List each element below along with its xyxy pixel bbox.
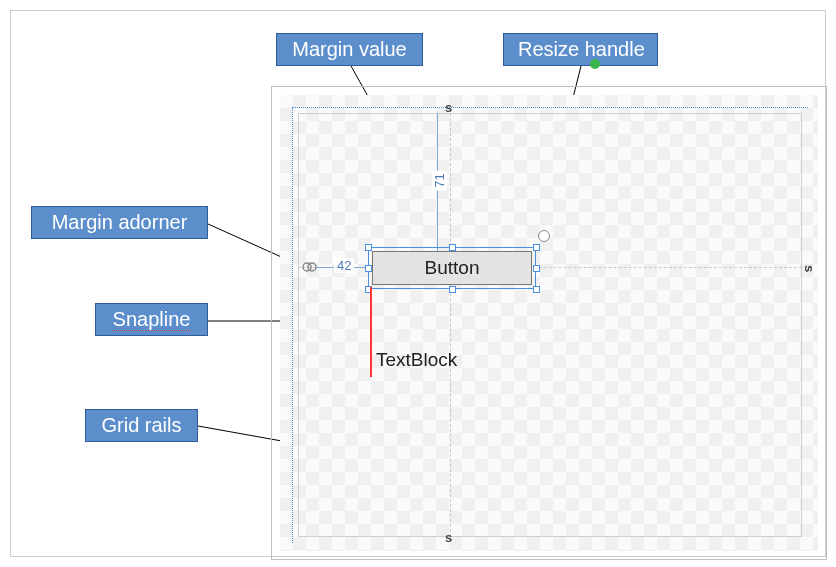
- margin-adorner-left-icon[interactable]: [301, 259, 317, 275]
- callout-snapline-text: Snapline: [113, 308, 191, 331]
- designer-textblock-element[interactable]: TextBlock: [376, 349, 457, 371]
- grid-row-marker[interactable]: ѕ: [802, 265, 817, 272]
- layout-grid-border: [298, 113, 802, 537]
- grid-rail-vertical: [292, 107, 293, 543]
- grid-column-marker[interactable]: ѕ: [445, 100, 452, 115]
- callout-snapline: Snapline: [95, 303, 208, 336]
- callout-margin-adorner: Margin adorner: [31, 206, 208, 239]
- resize-handle-dot: [590, 59, 600, 69]
- snapline-vertical: [370, 287, 372, 377]
- callout-resize-handle: Resize handle: [503, 33, 658, 66]
- grid-column-line: [450, 113, 451, 537]
- margin-top-value: 71: [432, 170, 447, 190]
- grid-rail-horizontal: [292, 107, 808, 108]
- diagram-frame: Margin value Resize handle Margin adorne…: [10, 10, 826, 557]
- designer-button-element[interactable]: Button: [372, 251, 532, 285]
- designer-button-label: Button: [425, 257, 480, 279]
- callout-margin-value: Margin value: [276, 33, 423, 66]
- rotate-resize-handle[interactable]: [538, 230, 550, 242]
- svg-point-6: [308, 263, 316, 271]
- margin-left-value: 42: [334, 258, 354, 273]
- callout-grid-rails: Grid rails: [85, 409, 198, 442]
- designer-canvas[interactable]: ѕ ѕ ѕ 71 42 Button: [271, 86, 827, 560]
- grid-column-marker-bottom[interactable]: ѕ: [445, 530, 452, 545]
